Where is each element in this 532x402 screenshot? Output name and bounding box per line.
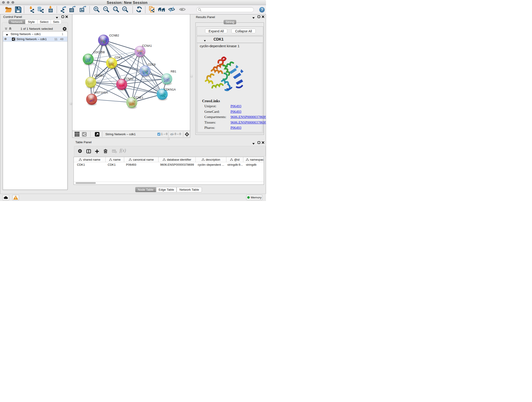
svg-text:CCNB2: CCNB2	[109, 34, 119, 37]
svg-text:CCNA2: CCNA2	[124, 77, 133, 80]
svg-text:CDK1: CDK1	[114, 56, 122, 59]
svg-text:CCNE1: CCNE1	[133, 96, 143, 99]
svg-text:HIST1H1A: HIST1H1A	[94, 91, 108, 94]
svg-text:?: ?	[261, 7, 263, 12]
svg-text:RB1: RB1	[171, 70, 177, 73]
svg-text:CDKN1A: CDKN1A	[164, 88, 176, 91]
svg-text:CCNB1: CCNB1	[94, 74, 104, 77]
svg-text:CDC25B: CDC25B	[94, 51, 105, 54]
svg-text:CDC6: CDC6	[148, 63, 156, 66]
svg-text:CCNA1: CCNA1	[142, 44, 152, 47]
